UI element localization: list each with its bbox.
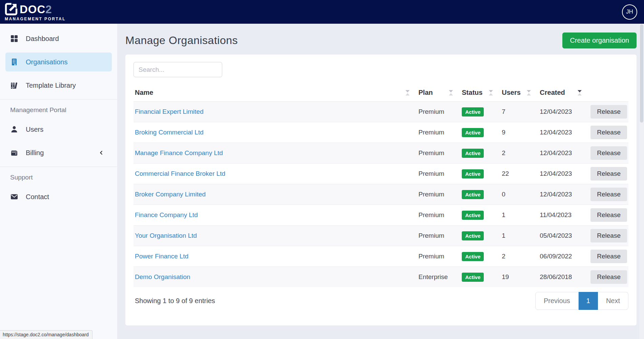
sort-icon[interactable]	[527, 90, 531, 96]
library-books-icon	[10, 81, 18, 89]
column-header-status[interactable]: Status	[456, 84, 496, 102]
status-badge: Active	[462, 190, 484, 199]
envelope-icon	[10, 193, 18, 201]
table-header-row: Name Plan Status Users	[133, 84, 628, 102]
status-badge: Active	[462, 231, 484, 240]
sidebar-item-template-library[interactable]: Template Library	[5, 76, 112, 95]
status-badge: Active	[462, 128, 484, 137]
pagination: Previous 1 Next	[535, 292, 628, 310]
sidebar-item-contact[interactable]: Contact	[5, 187, 112, 206]
app-logo[interactable]: DOC2 MANAGEMENT PORTAL	[5, 3, 66, 21]
status-badge: Active	[462, 149, 484, 158]
release-button[interactable]: Release	[590, 146, 627, 160]
vertical-scrollbar[interactable]	[639, 24, 644, 339]
created-date-cell: 28/06/2018	[534, 267, 585, 288]
plan-cell: Premium	[413, 226, 456, 246]
organisation-name-link[interactable]: Finance Company Ltd	[135, 211, 198, 218]
users-count-cell: 1	[496, 226, 534, 246]
dashboard-grid-icon	[10, 35, 18, 43]
created-date-cell: 12/04/2023	[534, 122, 585, 143]
column-header-created[interactable]: Created	[534, 84, 585, 102]
sidebar-item-label: Users	[26, 126, 43, 133]
release-button[interactable]: Release	[590, 208, 627, 222]
previous-page-button[interactable]: Previous	[535, 292, 579, 310]
plan-cell: Premium	[413, 164, 456, 184]
sidebar-item-label: Contact	[26, 193, 49, 201]
create-organisation-button[interactable]: Create organisation	[562, 33, 637, 48]
created-date-cell: 12/04/2023	[534, 143, 585, 164]
link-preview-status-bar: https://stage.doc2.co/manage/dashboard	[0, 330, 92, 339]
users-count-cell: 2	[496, 143, 534, 164]
users-count-cell: 7	[496, 102, 534, 122]
sort-icon-descending[interactable]	[578, 90, 582, 96]
organisation-name-link[interactable]: Manage Finance Company Ltd	[135, 149, 223, 156]
status-badge: Active	[462, 273, 484, 282]
sidebar-section-management-portal: Management Portal	[0, 100, 117, 120]
sidebar-item-organisations[interactable]: Organisations	[5, 52, 112, 71]
release-button[interactable]: Release	[590, 188, 627, 201]
column-header-name[interactable]: Name	[133, 84, 413, 102]
users-count-cell: 1	[496, 205, 534, 226]
chevron-left-icon[interactable]	[98, 150, 104, 156]
created-date-cell: 11/04/2023	[534, 205, 585, 226]
table-row: Commercial Finance Broker Ltd Premium Ac…	[133, 164, 628, 184]
page-title: Manage Organisations	[125, 34, 238, 47]
organisations-table: Name Plan Status Users	[133, 84, 628, 287]
release-button[interactable]: Release	[590, 105, 627, 119]
logo-wordmark: DOC2	[20, 4, 52, 15]
release-button[interactable]: Release	[590, 250, 627, 263]
created-date-cell: 12/04/2023	[534, 184, 585, 205]
sort-icon[interactable]	[489, 90, 493, 96]
users-count-cell: 0	[496, 184, 534, 205]
status-badge: Active	[462, 169, 484, 178]
organisation-name-link[interactable]: Demo Organisation	[135, 273, 190, 280]
entries-summary: Showing 1 to 9 of 9 entries	[133, 297, 215, 305]
scrollbar-thumb[interactable]	[640, 24, 643, 123]
organisations-card: Name Plan Status Users	[125, 55, 637, 325]
organisation-name-link[interactable]: Financial Expert Limited	[135, 108, 204, 115]
release-button[interactable]: Release	[590, 270, 627, 284]
sidebar-item-billing[interactable]: Billing	[5, 143, 112, 162]
column-header-plan[interactable]: Plan	[413, 84, 456, 102]
plan-cell: Premium	[413, 143, 456, 164]
logo-subtitle: MANAGEMENT PORTAL	[5, 17, 66, 21]
release-button[interactable]: Release	[590, 126, 627, 139]
sidebar-item-dashboard[interactable]: Dashboard	[5, 29, 112, 48]
plan-cell: Premium	[413, 246, 456, 267]
top-navbar: DOC2 MANAGEMENT PORTAL JH	[0, 0, 644, 24]
organisation-name-link[interactable]: Your Organisation Ltd	[135, 232, 197, 239]
users-count-cell: 9	[496, 122, 534, 143]
release-button[interactable]: Release	[590, 167, 627, 181]
table-row: Manage Finance Company Ltd Premium Activ…	[133, 143, 628, 164]
sort-icon[interactable]	[449, 90, 453, 96]
table-row: Financial Expert Limited Premium Active …	[133, 102, 628, 122]
users-count-cell: 2	[496, 246, 534, 267]
sidebar-section-support: Support	[0, 167, 117, 187]
organisation-name-link[interactable]: Power Finance Ltd	[135, 253, 188, 260]
table-row: Demo Organisation Enterprise Active 19 2…	[133, 267, 628, 288]
created-date-cell: 12/04/2023	[534, 102, 585, 122]
sidebar: Dashboard Organisations	[0, 24, 117, 339]
plan-cell: Enterprise	[413, 267, 456, 288]
user-avatar[interactable]: JH	[622, 4, 637, 20]
sidebar-item-users[interactable]: Users	[5, 120, 112, 139]
created-date-cell: 06/09/2022	[534, 246, 585, 267]
created-date-cell: 12/04/2023	[534, 164, 585, 184]
status-badge: Active	[462, 252, 484, 261]
search-input[interactable]	[133, 62, 222, 77]
sort-icon[interactable]	[406, 90, 410, 96]
box-arrow-logo-icon	[5, 3, 18, 16]
next-page-button[interactable]: Next	[598, 292, 628, 310]
wallet-icon	[10, 149, 18, 157]
organisation-name-link[interactable]: Broking Commercial Ltd	[135, 129, 204, 136]
page-1-button[interactable]: 1	[579, 292, 598, 310]
table-row: Finance Company Ltd Premium Active 1 11/…	[133, 205, 628, 226]
release-button[interactable]: Release	[590, 229, 627, 242]
status-badge: Active	[462, 211, 484, 220]
created-date-cell: 05/04/2023	[534, 226, 585, 246]
status-badge: Active	[462, 107, 484, 116]
column-header-users[interactable]: Users	[496, 84, 534, 102]
organisation-name-link[interactable]: Broker Company Limited	[135, 191, 206, 198]
building-icon	[10, 58, 18, 66]
organisation-name-link[interactable]: Commercial Finance Broker Ltd	[135, 170, 225, 177]
